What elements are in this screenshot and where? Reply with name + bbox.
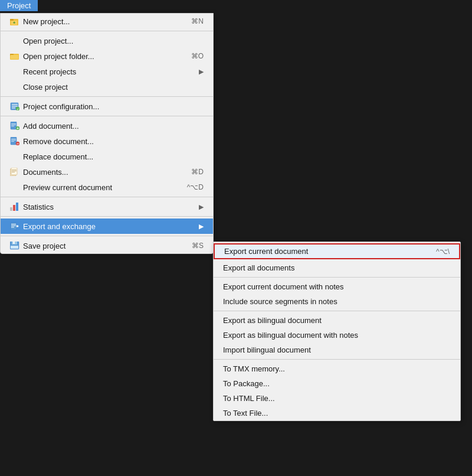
open-project-folder-shortcut: ⌘O — [191, 52, 204, 60]
export-as-bilingual-label: Export as bilingual document — [223, 316, 322, 325]
svg-rect-27 — [12, 169, 17, 170]
submenu-item-export-as-bilingual-notes[interactable]: Export as bilingual document with notes — [214, 328, 460, 343]
svg-text:✓: ✓ — [17, 107, 19, 111]
svg-text:+: + — [13, 20, 16, 25]
open-project-label: Open project... — [23, 37, 73, 45]
menu-item-open-project-folder[interactable]: Open project folder... ⌘O — [1, 48, 213, 64]
open-project-spacer — [10, 36, 19, 45]
export-current-document-label: Export current document — [224, 247, 308, 256]
svg-rect-15 — [11, 125, 16, 125]
export-current-with-notes-label: Export current document with notes — [223, 282, 344, 291]
menu-item-save-project[interactable]: Save project ⌘S — [1, 238, 213, 253]
svg-rect-8 — [12, 104, 18, 105]
preview-spacer — [10, 182, 19, 192]
menu-item-statistics[interactable]: Statistics ▶ — [1, 199, 213, 214]
open-project-folder-label: Open project folder... — [23, 52, 94, 61]
separator — [1, 31, 213, 31]
submenu-item-import-bilingual[interactable]: Import bilingual document — [214, 343, 460, 357]
statistics-label: Statistics — [23, 203, 54, 211]
to-package-label: To Package... — [223, 379, 270, 388]
submenu-item-export-as-bilingual[interactable]: Export as bilingual document — [214, 313, 460, 328]
submenu-item-export-all-documents[interactable]: Export all documents — [214, 260, 460, 275]
preview-current-document-label: Preview current document — [23, 183, 112, 192]
submenu-item-to-text[interactable]: To Text File... — [214, 406, 460, 420]
submenu-item-to-tmx[interactable]: To TMX memory... — [214, 361, 460, 376]
menu-bar: Project — [0, 0, 38, 11]
remove-document-label: Remove document... — [23, 137, 94, 146]
save-project-label: Save project — [23, 242, 65, 250]
menu-item-project-configuration[interactable]: ✓ Project configuration... — [1, 99, 213, 114]
preview-shortcut: ^⌥D — [187, 183, 204, 191]
svg-rect-14 — [11, 123, 16, 124]
submenu-item-export-current-document[interactable]: Export current document ^⌥\ — [214, 243, 460, 259]
include-source-segments-label: Include source segments in notes — [223, 297, 337, 306]
export-as-bilingual-notes-label: Export as bilingual document with notes — [223, 331, 358, 340]
export-current-document-shortcut: ^⌥\ — [436, 247, 450, 256]
import-bilingual-label: Import bilingual document — [223, 345, 311, 354]
recent-projects-arrow: ▶ — [199, 68, 204, 76]
remove-doc-icon: − — [10, 136, 19, 146]
menu-item-recent-projects[interactable]: Recent projects ▶ — [1, 64, 213, 79]
to-html-label: To HTML File... — [223, 394, 275, 403]
svg-rect-35 — [11, 226, 16, 226]
replace-document-label: Replace document... — [23, 152, 93, 161]
project-configuration-label: Project configuration... — [23, 102, 99, 111]
statistics-arrow: ▶ — [199, 203, 204, 211]
exchange-icon — [10, 221, 19, 231]
add-doc-icon: + — [10, 121, 19, 131]
main-menu: + New project... ⌘N Open project... Open… — [0, 13, 214, 254]
statistics-icon — [10, 202, 19, 211]
svg-rect-6 — [11, 55, 18, 59]
svg-rect-19 — [11, 137, 17, 145]
svg-rect-36 — [11, 227, 14, 227]
svg-text:+: + — [17, 126, 19, 131]
separator — [1, 96, 213, 97]
submenu-item-export-current-with-notes[interactable]: Export current document with notes — [214, 279, 460, 294]
export-arrow: ▶ — [199, 223, 204, 230]
menu-item-export-and-exchange[interactable]: Export and exchange ▶ — [1, 219, 213, 234]
submenu-separator-3 — [214, 359, 460, 360]
menu-item-close-project[interactable]: Close project — [1, 79, 213, 94]
add-document-label: Add document... — [23, 122, 79, 131]
close-project-label: Close project — [23, 83, 68, 92]
svg-rect-30 — [10, 207, 12, 211]
recent-projects-label: Recent projects — [23, 67, 76, 76]
svg-rect-21 — [11, 140, 16, 141]
submenu: Export current document ^⌥\ Export all d… — [213, 242, 461, 421]
recent-projects-spacer — [10, 67, 19, 76]
separator — [1, 116, 213, 116]
save-project-icon — [10, 241, 19, 250]
svg-rect-33 — [11, 223, 17, 230]
svg-rect-16 — [11, 126, 14, 126]
new-project-label: New project... — [23, 17, 70, 26]
documents-shortcut: ⌘D — [191, 168, 204, 176]
submenu-item-to-package[interactable]: To Package... — [214, 376, 460, 391]
menu-item-new-project[interactable]: + New project... ⌘N — [1, 14, 213, 29]
svg-rect-22 — [11, 141, 14, 142]
svg-rect-40 — [11, 246, 18, 249]
submenu-item-to-html[interactable]: To HTML File... — [214, 391, 460, 406]
separator — [1, 236, 213, 236]
submenu-item-include-source-segments[interactable]: Include source segments in notes — [214, 294, 460, 309]
svg-rect-9 — [12, 106, 18, 107]
project-menu-item[interactable]: Project — [0, 0, 38, 11]
documents-icon — [10, 167, 19, 177]
documents-label: Documents... — [23, 168, 68, 177]
svg-rect-20 — [11, 139, 16, 139]
to-tmx-label: To TMX memory... — [223, 364, 285, 373]
menu-item-remove-document[interactable]: − Remove document... — [1, 133, 213, 149]
new-project-icon: + — [10, 17, 19, 26]
open-folder-icon — [10, 51, 19, 61]
menu-item-add-document[interactable]: + Add document... — [1, 118, 213, 133]
menu-item-documents[interactable]: Documents... ⌘D — [1, 164, 213, 180]
menu-item-replace-document[interactable]: Replace document... — [1, 149, 213, 164]
menu-item-preview-current-document[interactable]: Preview current document ^⌥D — [1, 180, 213, 195]
svg-rect-34 — [11, 224, 16, 224]
export-and-exchange-label: Export and exchange — [23, 222, 96, 231]
close-project-spacer — [10, 82, 19, 92]
submenu-separator-2 — [214, 311, 460, 311]
to-text-label: To Text File... — [223, 409, 268, 418]
menu-item-open-project[interactable]: Open project... — [1, 33, 213, 48]
save-project-shortcut: ⌘S — [192, 242, 204, 250]
svg-text:−: − — [17, 142, 19, 146]
